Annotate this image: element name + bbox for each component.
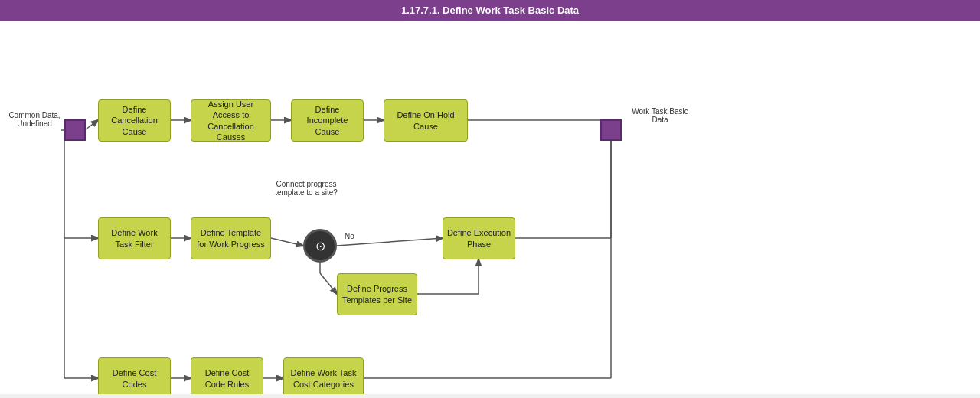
arrows-svg: [0, 21, 980, 394]
svg-line-0: [86, 120, 98, 129]
svg-line-10: [271, 238, 303, 246]
define-incomplete-node[interactable]: Define Incomplete Cause: [291, 100, 364, 142]
connect-label: Connect progress template to a site?: [268, 180, 345, 197]
work-task-basic-label: Work Task Basic Data: [629, 107, 691, 124]
define-cancellation-node[interactable]: Define Cancellation Cause: [98, 100, 171, 142]
define-onhold-node[interactable]: Define On Hold Cause: [384, 100, 468, 142]
define-template-node[interactable]: Define Template for Work Progress: [191, 217, 271, 259]
define-cost-rules-node[interactable]: Define Cost Code Rules: [191, 357, 263, 394]
assign-user-node[interactable]: Assign User Access to Cancellation Cause…: [191, 100, 271, 142]
define-work-cost-node[interactable]: Define Work Task Cost Categories: [283, 357, 364, 394]
header: 1.17.7.1. Define Work Task Basic Data: [0, 0, 980, 21]
define-progress-site-node[interactable]: Define Progress Templates per Site: [337, 273, 417, 315]
define-cost-codes-node[interactable]: Define Cost Codes: [98, 357, 171, 394]
end-node: [600, 119, 622, 141]
start-node: [64, 119, 86, 141]
header-title: 1.17.7.1. Define Work Task Basic Data: [401, 5, 579, 16]
common-data-label: Common Data, Undefined: [8, 111, 61, 128]
svg-line-15: [320, 273, 337, 294]
define-execution-node[interactable]: Define Execution Phase: [443, 217, 515, 259]
define-work-filter-node[interactable]: Define Work Task Filter: [98, 217, 171, 259]
diagram-area: Common Data, Undefined Define Cancellati…: [0, 21, 980, 394]
decision-node: ⊙: [303, 229, 337, 263]
no-label: No: [345, 232, 354, 240]
